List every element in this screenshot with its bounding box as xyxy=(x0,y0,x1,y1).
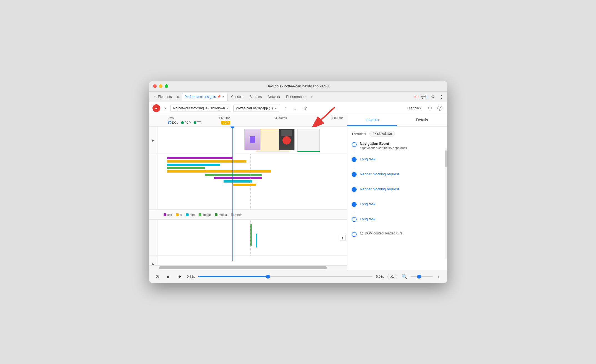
record-button[interactable]: ● xyxy=(152,104,160,112)
rbr-1-entry: Render blocking request xyxy=(352,171,443,183)
lt2-circle xyxy=(352,202,357,207)
dom-loaded-entry: DOM content loaded 0.7s xyxy=(352,231,443,237)
rbr-2-entry: Render blocking request xyxy=(352,186,443,198)
lt3-circle xyxy=(352,217,357,222)
url-selector[interactable]: coffee-cart.netlify.app (1) ▾ xyxy=(233,105,279,112)
tab-sources[interactable]: Sources xyxy=(247,93,264,100)
js-bar-2 xyxy=(167,170,271,173)
maximize-button[interactable] xyxy=(165,84,168,88)
tab-insights[interactable]: Insights xyxy=(347,114,397,126)
navigation-event-entry: Navigation Event https://coffee-cart.net… xyxy=(352,141,443,153)
tab-console[interactable]: Console xyxy=(228,93,246,100)
legend-row: css js font xyxy=(149,210,347,220)
rbr1-circle xyxy=(352,172,357,177)
scrollbar-thumb[interactable] xyxy=(159,266,327,269)
timeline-scrollbar[interactable] xyxy=(149,265,347,270)
nav-line xyxy=(354,147,354,153)
tab-performance-insights[interactable]: Performance insights 📌 ✕ xyxy=(182,93,228,101)
more-options-button[interactable]: ⋮ xyxy=(438,93,445,100)
long-task-3-entry: Long task xyxy=(352,216,443,228)
chevron-down-icon: ▾ xyxy=(227,107,228,110)
no-record-button[interactable]: ⊘ xyxy=(154,273,161,280)
render-blocking-1-link[interactable]: Render blocking request xyxy=(360,172,399,176)
tab-details[interactable]: Details xyxy=(397,114,447,126)
play-button[interactable]: ▶ xyxy=(165,273,172,280)
time-scrubber-fill xyxy=(198,276,268,277)
insights-scroll-thumb[interactable] xyxy=(445,150,447,167)
timeline-body[interactable]: ▶ xyxy=(149,127,347,265)
help-button[interactable]: ? xyxy=(436,104,444,112)
network-row-gutter xyxy=(149,154,157,209)
titlebar: DevTools - coffee-cart.netlify.app/?ad=1 xyxy=(149,81,447,92)
more-tabs-button[interactable]: » xyxy=(309,93,315,100)
tab-network[interactable]: Network xyxy=(265,93,283,100)
js-bar-3 xyxy=(233,184,256,186)
cyan-resource-bar xyxy=(256,234,257,247)
lt3-indicator xyxy=(352,216,357,228)
zoom-slider[interactable] xyxy=(410,276,433,277)
playhead-line xyxy=(232,127,233,261)
image-legend-dot xyxy=(199,213,201,216)
devtools-window: DevTools - coffee-cart.netlify.app/?ad=1… xyxy=(149,81,447,283)
nav-circle xyxy=(352,142,357,147)
time-scrubber[interactable] xyxy=(198,276,373,277)
render-blocking-2-link[interactable]: Render blocking request xyxy=(360,187,399,191)
cpu-expand-icon[interactable]: ▶ xyxy=(152,262,154,265)
fcp-dot xyxy=(181,121,184,124)
time-scrubber-thumb[interactable] xyxy=(266,275,270,279)
lcp-milestone: LCP xyxy=(221,121,230,125)
milestone-row: DCL FCP TTI LCP xyxy=(168,121,344,125)
zoom-slider-thumb[interactable] xyxy=(417,275,421,279)
no-record-icon: ⊘ xyxy=(156,274,159,279)
zoom-out-button[interactable]: 🔍 xyxy=(400,273,408,280)
throttling-selector[interactable]: No network throttling, 4× slowdown ▾ xyxy=(170,105,231,112)
insights-tabs: Insights Details xyxy=(347,114,447,127)
media-legend-label: media xyxy=(219,213,227,216)
close-button[interactable] xyxy=(153,84,157,88)
timeline-panel: 0ms 1,600ms 3,200ms 4,800ms DCL xyxy=(149,114,347,270)
details-content xyxy=(157,220,347,256)
feedback-link[interactable]: Feedback xyxy=(407,106,422,110)
insights-content[interactable]: Throttled: 4× slowdown Navigation Event … xyxy=(347,127,447,270)
throttle-badge: 4× slowdown xyxy=(369,131,395,136)
export-button[interactable]: ↑ xyxy=(281,104,289,112)
settings-icon-button[interactable]: ⚙ xyxy=(426,104,434,112)
throttled-row: Throttled: 4× slowdown xyxy=(352,131,443,136)
import-button[interactable]: ↓ xyxy=(291,104,299,112)
message-count-button[interactable]: 💬 1 xyxy=(421,93,428,100)
tab-performance[interactable]: Performance xyxy=(283,93,308,100)
nav-url: https://coffee-cart.netlify.app/?ad=1 xyxy=(360,146,443,150)
minimize-button[interactable] xyxy=(159,84,162,88)
row-collapse-btn[interactable]: ▶ xyxy=(149,127,157,154)
cpu-content xyxy=(157,256,347,265)
legend-image: image xyxy=(199,213,211,216)
rbr2-body: Render blocking request xyxy=(360,186,443,198)
record-dropdown-button[interactable]: ▾ xyxy=(162,104,168,112)
long-task-1-link[interactable]: Long task xyxy=(360,157,375,161)
media-legend-dot xyxy=(215,213,217,216)
inspect-icon-btn[interactable]: ⧉ xyxy=(175,94,181,100)
insights-scrollbar[interactable] xyxy=(445,148,447,259)
lcp-badge: LCP xyxy=(221,121,230,125)
delete-button[interactable]: 🗑 xyxy=(301,104,309,112)
svg-point-2 xyxy=(360,232,363,235)
toolbar: ● ▾ No network throttling, 4× slowdown ▾… xyxy=(149,102,447,114)
insights-panel: Insights Details Throttled: 4× slowdown xyxy=(347,114,447,270)
error-count-button[interactable]: ✕ 1 xyxy=(413,93,420,100)
tab-close-icon[interactable]: ✕ xyxy=(222,95,225,98)
tti-dot xyxy=(194,121,196,124)
lt2-indicator xyxy=(352,201,357,213)
zoom-in-button[interactable]: + xyxy=(435,273,443,280)
long-task-2-entry: Long task xyxy=(352,201,443,213)
skip-start-button[interactable]: ⏮ xyxy=(176,273,184,280)
fcp-label: FCP xyxy=(185,121,191,124)
long-task-2-link[interactable]: Long task xyxy=(360,202,375,206)
play-icon: ▶ xyxy=(167,274,170,279)
lt1-body: Long task xyxy=(360,156,443,168)
time-end-label: 5.93s xyxy=(376,275,384,279)
tab-elements[interactable]: ↖ Elements xyxy=(151,93,175,100)
panel-collapse-btn[interactable]: › xyxy=(340,235,346,241)
long-task-3-link[interactable]: Long task xyxy=(360,217,375,221)
settings-button[interactable]: ⚙ xyxy=(429,93,437,100)
speed-badge: x1 xyxy=(387,274,397,279)
